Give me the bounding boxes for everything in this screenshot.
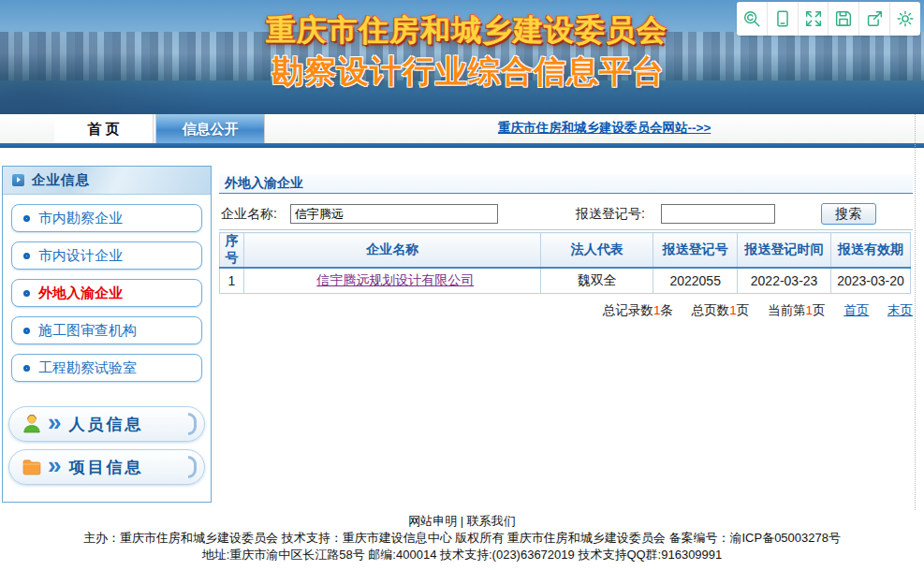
fullscreen-icon — [803, 8, 824, 29]
person-icon — [21, 413, 43, 435]
footer-line3: 地址:重庆市渝中区长江路58号 邮编:400014 技术支持:(023)6367… — [0, 547, 924, 563]
pages-unit: 页 — [737, 303, 750, 317]
table-header-legal: 法人代表 — [541, 233, 653, 269]
cell-valid: 2023-03-20 — [831, 268, 911, 293]
sidebar-item-outside-enterprises[interactable]: 外地入渝企业 — [11, 279, 202, 307]
company-name-input[interactable] — [290, 204, 498, 224]
accessibility-toolbar — [737, 2, 920, 36]
pages-label: 总页数 — [692, 303, 730, 317]
share-icon — [864, 8, 885, 29]
bullet-icon — [23, 328, 30, 334]
footer: 网站申明 | 联系我们 主办：重庆市住房和城乡建设委员会 技术支持：重庆市建设信… — [0, 513, 924, 563]
double-chevron-icon: » — [48, 453, 59, 477]
footer-divider: | — [461, 514, 463, 528]
table-header-company: 企业名称 — [243, 233, 540, 269]
footer-links-line: 网站申明 | 联系我们 — [0, 513, 924, 530]
sidebar-item-label: 市内勘察企业 — [38, 210, 123, 227]
sidebar-item-survey-lab[interactable]: 工程勘察试验室 — [11, 354, 202, 382]
sidebar-button-label: 人员信息 — [68, 414, 143, 435]
bullet-icon — [23, 290, 30, 297]
cell-seq: 1 — [220, 268, 244, 293]
sidebar-item-drawing-review[interactable]: 施工图审查机构 — [11, 316, 202, 344]
regno-input[interactable] — [661, 204, 775, 224]
arc-decoration — [188, 413, 197, 435]
search-form: 企业名称: 报送登记号: 搜索 — [219, 198, 913, 230]
current-unit: 页 — [813, 303, 826, 317]
sidebar-item-label: 外地入渝企业 — [38, 285, 123, 302]
settings-icon — [895, 8, 916, 29]
search-icon — [741, 8, 762, 29]
first-page-link[interactable]: 首页 — [843, 303, 869, 317]
company-link[interactable]: 信宇腾远规划设计有限公司 — [316, 272, 474, 287]
table-header-seq: 序号 — [220, 233, 244, 269]
records-unit: 条 — [660, 303, 673, 317]
sidebar-header: 企业信息 — [3, 167, 211, 195]
bullet-icon — [23, 253, 30, 259]
sidebar-button-personnel[interactable]: » 人员信息 — [8, 406, 205, 442]
toolbar-fullscreen-button[interactable] — [799, 2, 829, 36]
current-value: 1 — [805, 303, 813, 317]
contact-us-link[interactable]: 联系我们 — [467, 514, 516, 528]
banner-title-line1: 重庆市住房和城乡建设委员会 — [266, 10, 667, 51]
table-row: 1 信宇腾远规划设计有限公司 魏双全 2022055 2022-03-23 20… — [220, 268, 911, 293]
search-button[interactable]: 搜索 — [821, 203, 876, 225]
cell-regno: 2022055 — [653, 268, 738, 293]
table-header-regno: 报送登记号 — [653, 233, 738, 269]
page: 重庆市住房和城乡建设委员会 勘察设计行业综合信息平台 — [0, 0, 924, 570]
table-header-valid: 报送有效期 — [831, 233, 911, 269]
main-content: 外地入渝企业 企业名称: 报送登记号: 搜索 序号 企业名称 法人代表 报送登记… — [219, 173, 913, 319]
toolbar-settings-button[interactable] — [890, 2, 920, 36]
sidebar-button-projects[interactable]: » 项目信息 — [8, 449, 205, 485]
banner-title-line2: 勘察设计行业综合信息平台 — [271, 51, 665, 94]
tab-info-disclosure[interactable]: 信息公开 — [155, 114, 265, 143]
sidebar-item-city-survey[interactable]: 市内勘察企业 — [11, 204, 202, 232]
toolbar-share-button[interactable] — [859, 2, 890, 36]
pages-value: 1 — [729, 303, 737, 317]
folder-icon — [21, 456, 43, 478]
current-label: 当前第 — [768, 303, 806, 317]
mobile-view-icon — [772, 8, 793, 29]
last-page-link[interactable]: 末页 — [887, 303, 913, 317]
arc-decoration — [188, 456, 197, 478]
sidebar-item-city-design[interactable]: 市内设计企业 — [11, 241, 202, 270]
site-statement-link[interactable]: 网站申明 — [408, 514, 457, 528]
tab-home[interactable]: 首 页 — [54, 114, 154, 143]
toolbar-mobile-button[interactable] — [768, 2, 799, 36]
footer-line2: 主办：重庆市住房和城乡建设委员会 技术支持：重庆市建设信息中心 版权所有 重庆市… — [0, 530, 924, 547]
double-chevron-icon: » — [48, 410, 59, 434]
enterprise-table: 序号 企业名称 法人代表 报送登记号 报送登记时间 报送有效期 1 信宇腾远规划… — [219, 232, 911, 294]
toolbar-save-button[interactable] — [829, 2, 859, 36]
external-site-link[interactable]: 重庆市住房和城乡建设委员会网站-->> — [498, 114, 711, 143]
page-edge-divider — [915, 114, 916, 510]
cell-regdate: 2022-03-23 — [738, 268, 831, 293]
records-label: 总记录数 — [603, 303, 653, 317]
save-icon — [833, 8, 854, 29]
sidebar-button-label: 项目信息 — [68, 457, 143, 478]
cell-legal: 魏双全 — [541, 268, 653, 293]
cell-company: 信宇腾远规划设计有限公司 — [243, 268, 540, 293]
section-title: 外地入渝企业 — [219, 173, 913, 194]
company-name-label: 企业名称: — [221, 206, 277, 223]
nav-divider-bar — [0, 143, 924, 148]
main-nav: 首 页 信息公开 重庆市住房和城乡建设委员会网站-->> — [0, 114, 924, 143]
sidebar-item-label: 工程勘察试验室 — [38, 359, 137, 377]
sidebar-header-label: 企业信息 — [32, 171, 90, 189]
banner: 重庆市住房和城乡建设委员会 勘察设计行业综合信息平台 — [0, 0, 924, 114]
table-header-regdate: 报送登记时间 — [738, 233, 831, 269]
regno-label: 报送登记号: — [576, 206, 645, 223]
toolbar-search-button[interactable] — [737, 2, 768, 36]
bullet-icon — [23, 215, 30, 222]
sidebar-item-label: 市内设计企业 — [38, 247, 123, 265]
sidebar-item-label: 施工图审查机构 — [38, 322, 137, 340]
arrow-square-icon — [12, 174, 24, 186]
sidebar: 企业信息 市内勘察企业 市内设计企业 外地入渝企业 施工图审查机构 工程勘察试验… — [2, 166, 212, 503]
pagination: 总记录数1条 总页数1页 当前第1页 首页 末页 — [219, 302, 913, 319]
table-header-row: 序号 企业名称 法人代表 报送登记号 报送登记时间 报送有效期 — [220, 233, 911, 269]
bullet-icon — [23, 365, 30, 372]
